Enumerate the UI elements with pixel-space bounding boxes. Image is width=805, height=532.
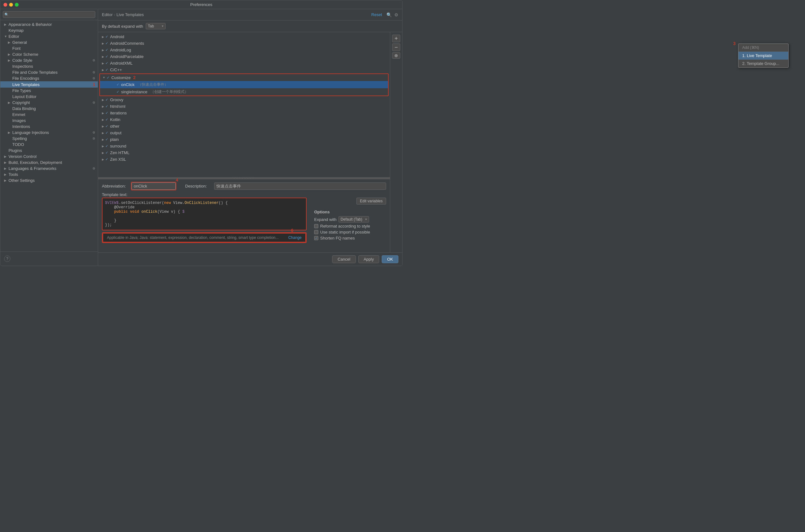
sidebar-item-file-encodings[interactable]: File Encodings ⚙: [0, 75, 98, 81]
ok-button[interactable]: OK: [382, 255, 398, 263]
template-group-html-xml[interactable]: ▶ ✓ html/xml: [98, 103, 390, 110]
sidebar-item-general[interactable]: ▶ General: [0, 39, 98, 45]
sidebar-item-languages-frameworks[interactable]: ▶ Languages & Frameworks ⚙: [0, 166, 98, 171]
sidebar-item-emmet[interactable]: Emmet: [0, 112, 98, 117]
arrow-icon: ▶: [4, 179, 8, 182]
sidebar-item-build-execution[interactable]: ▶ Build, Execution, Deployment: [0, 159, 98, 166]
shorten-fq-checkbox[interactable]: ✓: [314, 236, 318, 240]
sidebar-item-label: Languages & Frameworks: [8, 166, 91, 171]
reformat-checkbox[interactable]: [314, 224, 318, 228]
maximize-button[interactable]: [15, 3, 19, 7]
minimize-button[interactable]: [9, 3, 13, 7]
group-label: Groovy: [110, 97, 123, 102]
check-icon: ✓: [105, 41, 108, 45]
title-bar: Preferences: [0, 0, 402, 9]
sidebar-item-label: Emmet: [12, 112, 95, 117]
sidebar-item-inspections[interactable]: Inspections: [0, 63, 98, 69]
template-group-groovy[interactable]: ▶ ✓ Groovy: [98, 96, 390, 103]
description-input[interactable]: 快速点击事件: [214, 183, 386, 190]
help-button[interactable]: ?: [4, 255, 11, 262]
sidebar-item-editor[interactable]: ▼ Editor: [0, 33, 98, 39]
sidebar-item-label: Intentions: [12, 124, 95, 129]
close-button[interactable]: [3, 3, 7, 7]
sidebar-item-plugins[interactable]: Plugins: [0, 148, 98, 153]
template-group-android[interactable]: ▶ ✓ Android: [98, 33, 390, 40]
sidebar-item-tools[interactable]: ▶ Tools: [0, 171, 98, 177]
gear-icon-top[interactable]: ⚙: [394, 12, 398, 17]
check-icon: ✓: [105, 98, 108, 102]
template-code-area[interactable]: $VIEW$.setOnClickListener(new View.OnCli…: [102, 197, 307, 230]
template-group-customize[interactable]: ▼ ✓ Customize 2: [100, 74, 388, 81]
sidebar-item-file-types[interactable]: File Types: [0, 88, 98, 94]
sidebar-item-color-scheme[interactable]: ▶ Color Scheme: [0, 51, 98, 57]
template-group-zen-html[interactable]: ▶ ✓ Zen HTML: [98, 149, 390, 156]
center-panel: ▶ ✓ Android ▶ ✓ AndroidComments ▶: [98, 32, 390, 252]
template-group-plain[interactable]: ▶ ✓ plain: [98, 136, 390, 143]
template-group-cpp[interactable]: ▶ ✓ C/C++: [98, 66, 390, 73]
sidebar-item-label: File Encodings: [12, 76, 91, 81]
check-icon: ✓: [105, 151, 108, 155]
bottom-section: Abbreviation: onClick 4 Description: 快速点…: [98, 179, 390, 247]
change-link[interactable]: Change: [288, 235, 301, 240]
sidebar-item-copyright[interactable]: ▶ Copyright ⚙: [0, 100, 98, 106]
sidebar-item-version-control[interactable]: ▶ Version Control: [0, 153, 98, 159]
sidebar-item-todo[interactable]: TODO: [0, 141, 98, 148]
traffic-lights: [3, 3, 19, 7]
sidebar-item-layout-editor[interactable]: Layout Editor: [0, 94, 98, 100]
sidebar-item-label: Layout Editor: [12, 94, 95, 99]
arrow-right-icon: ▶: [102, 138, 104, 141]
check-icon: ✓: [105, 61, 108, 65]
template-group-kotlin[interactable]: ▶ ✓ Kotlin: [98, 116, 390, 123]
expand-select[interactable]: Tab Enter Space: [146, 23, 166, 29]
sidebar-item-images[interactable]: Images: [0, 117, 98, 124]
sidebar-item-label: Font: [12, 46, 95, 51]
arrow-right-icon: ▶: [102, 62, 104, 65]
sidebar-item-font[interactable]: Font: [0, 45, 98, 51]
sidebar-tree: ▶ Appearance & Behavior Keymap ▼ Editor …: [0, 20, 98, 251]
options-expand-select[interactable]: Default (Tab) Tab Enter: [339, 216, 369, 223]
copy-button[interactable]: ⊕: [392, 52, 400, 59]
template-group-other[interactable]: ▶ ✓ other: [98, 123, 390, 130]
search-input[interactable]: [3, 11, 95, 18]
sidebar-item-appearance[interactable]: ▶ Appearance & Behavior: [0, 21, 98, 27]
item-desc: （创建一个单例模式）: [150, 89, 188, 95]
remove-button[interactable]: −: [392, 43, 400, 51]
edit-variables-button[interactable]: Edit variables: [356, 197, 386, 205]
code-line-5: }: [105, 218, 304, 223]
search-icon-top[interactable]: 🔍: [386, 12, 392, 17]
sidebar-item-keymap[interactable]: Keymap: [0, 27, 98, 33]
template-group-android-comments[interactable]: ▶ ✓ AndroidComments: [98, 40, 390, 46]
sidebar-item-live-templates[interactable]: Live Templates 1: [0, 81, 98, 88]
arrow-right-icon: ▶: [102, 131, 104, 135]
sidebar-item-file-code-templates[interactable]: File and Code Templates ⚙: [0, 69, 98, 75]
static-import-checkbox[interactable]: [314, 230, 318, 234]
arrow-icon: ▶: [4, 161, 8, 164]
arrow-icon: ▶: [8, 41, 12, 44]
code-line-6: });: [105, 223, 304, 227]
template-group-android-xml[interactable]: ▶ ✓ AndroidXML: [98, 60, 390, 66]
sidebar-item-language-injections[interactable]: ▶ Language Injections ⚙: [0, 130, 98, 135]
apply-button[interactable]: Apply: [358, 255, 380, 263]
template-item-onclick[interactable]: ✓ onClick （快速点击事件）: [100, 81, 388, 88]
sidebar-item-data-binding[interactable]: Data Binding: [0, 106, 98, 112]
template-group-android-parcelable[interactable]: ▶ ✓ AndroidParcelable: [98, 53, 390, 60]
reset-button[interactable]: Reset: [369, 12, 384, 18]
template-group-output[interactable]: ▶ ✓ output: [98, 130, 390, 136]
template-group-android-log[interactable]: ▶ ✓ AndroidLog: [98, 46, 390, 53]
add-button[interactable]: +: [392, 35, 400, 42]
template-item-singleinstance[interactable]: ✓ singleInstance （创建一个单例模式）: [100, 88, 388, 95]
sidebar-item-label: Code Style: [12, 58, 91, 63]
arrow-right-icon: ▶: [102, 98, 104, 101]
sidebar-item-label: Build, Execution, Deployment: [8, 160, 95, 165]
dialog-footer: Cancel Apply OK: [98, 252, 402, 266]
sidebar-item-code-style[interactable]: ▶ Code Style ⚙: [0, 57, 98, 63]
template-group-iterations[interactable]: ▶ ✓ iterations: [98, 110, 390, 116]
abbreviation-input[interactable]: onClick: [131, 183, 176, 190]
sidebar-item-label: Inspections: [12, 64, 95, 69]
template-group-zen-xsl[interactable]: ▶ ✓ Zen XSL: [98, 156, 390, 163]
template-group-surround[interactable]: ▶ ✓ surround: [98, 143, 390, 149]
cancel-button[interactable]: Cancel: [332, 255, 355, 263]
sidebar-item-spelling[interactable]: Spelling ⚙: [0, 135, 98, 141]
sidebar-item-intentions[interactable]: Intentions: [0, 124, 98, 130]
sidebar-item-other-settings[interactable]: ▶ Other Settings: [0, 177, 98, 184]
